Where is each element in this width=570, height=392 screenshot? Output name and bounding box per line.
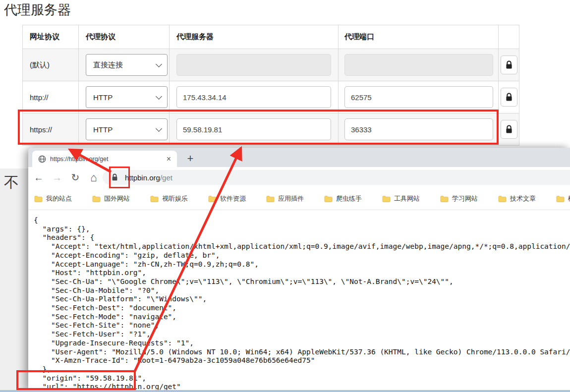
new-tab-button[interactable]: + — [183, 151, 198, 166]
folder-icon — [556, 195, 565, 203]
folder-icon — [382, 195, 391, 203]
url-path: /get — [160, 173, 172, 182]
bookmark-item[interactable]: 视听娱乐 — [150, 194, 188, 203]
bookmarks-bar: 我的站点 国外网站 视听娱乐 软件资源 应用插件 爬虫练手 工具 — [28, 188, 570, 210]
tab-strip: https://httpbin.org/get × + — [28, 148, 570, 167]
folder-icon — [440, 195, 449, 203]
back-button[interactable]: ← — [31, 169, 47, 185]
proxy-port-input[interactable] — [344, 118, 493, 140]
lock-icon — [505, 60, 513, 69]
column-header: 代理协议 — [78, 25, 169, 49]
browser-window: https://httpbin.org/get × + ← → ↻ ⌂ http… — [28, 148, 570, 392]
bookmark-item[interactable]: 国外网站 — [92, 194, 130, 203]
table-row: http:// HTTP — [23, 81, 519, 113]
proxy-server-input[interactable] — [176, 54, 331, 76]
table-header-row: 网址协议代理协议代理服务器代理端口 — [23, 25, 519, 49]
folder-icon — [324, 195, 333, 203]
lock-icon — [505, 125, 513, 134]
column-header: 网址协议 — [23, 25, 78, 49]
tab-close-icon[interactable]: × — [165, 155, 173, 163]
table-body: (默认) 直接连接 http:// HTTP — [23, 49, 519, 145]
tab-title: https://httpbin.org/get — [50, 156, 165, 163]
page-left-margin — [0, 168, 28, 392]
table-row: (默认) 直接连接 — [23, 49, 519, 81]
url-scheme-label: https:// — [30, 125, 52, 134]
chevron-down-icon — [156, 125, 162, 132]
bookmark-label: 工具网站 — [394, 194, 420, 203]
column-header: 代理端口 — [338, 25, 498, 49]
bookmark-item[interactable]: 我的站点 — [34, 194, 72, 203]
bookmark-label: 我的站点 — [46, 194, 72, 203]
folder-icon — [208, 195, 217, 203]
folder-icon — [150, 195, 159, 203]
globe-icon — [38, 155, 46, 163]
proxy-port-input[interactable] — [344, 54, 493, 76]
proxy-protocol-value: HTTP — [93, 93, 113, 102]
column-header: 代理服务器 — [169, 25, 338, 49]
bookmark-label: 应用插件 — [278, 194, 304, 203]
bookmark-label: 国外网站 — [104, 194, 130, 203]
address-bar[interactable]: httpbin.org/get — [103, 170, 570, 185]
proxy-protocol-select[interactable]: HTTP — [86, 118, 168, 140]
browser-toolbar: ← → ↻ ⌂ httpbin.org/get — [28, 167, 570, 188]
folder-icon — [34, 195, 43, 203]
lock-button[interactable] — [501, 120, 517, 139]
url-scheme-label: (默认) — [30, 60, 50, 70]
proxy-table: 网址协议代理协议代理服务器代理端口 (默认) 直接连接 http:// — [22, 25, 519, 146]
proxy-server-input[interactable] — [176, 118, 331, 140]
lock-icon — [505, 93, 513, 102]
taskbar-edge — [0, 390, 570, 392]
url-host: httpbin.org — [125, 173, 160, 182]
lock-column-header — [498, 25, 519, 49]
proxy-protocol-value: HTTP — [93, 125, 113, 134]
bookmark-label: 学习网站 — [452, 194, 478, 203]
screenshot-root: 代理服务器 网址协议代理协议代理服务器代理端口 (默认) 直接连接 — [0, 0, 570, 392]
bookmark-item[interactable]: 工具网站 — [382, 194, 420, 203]
forward-button[interactable]: → — [49, 169, 65, 185]
folder-icon — [498, 195, 507, 203]
reload-button[interactable]: ↻ — [67, 169, 83, 185]
browser-tab[interactable]: https://httpbin.org/get × — [32, 151, 177, 167]
home-button[interactable]: ⌂ — [86, 169, 102, 185]
proxy-server-input[interactable] — [176, 86, 331, 108]
json-response: { "args": {}, "headers": { "Accept": "te… — [28, 210, 570, 392]
bookmark-label: 框架文档 — [568, 194, 570, 203]
lock-button[interactable] — [501, 56, 517, 74]
bookmark-label: 技术文章 — [510, 194, 536, 203]
bookmark-item[interactable]: 学习网站 — [440, 194, 478, 203]
chevron-down-icon — [156, 93, 162, 100]
page-title: 代理服务器 — [4, 1, 71, 19]
proxy-protocol-select[interactable]: 直接连接 — [86, 54, 168, 76]
bookmark-label: 爬虫练手 — [336, 194, 362, 203]
lock-icon — [112, 173, 118, 181]
bookmark-item[interactable]: 应用插件 — [266, 194, 304, 203]
bookmark-label: 视听娱乐 — [162, 194, 188, 203]
proxy-port-input[interactable] — [344, 86, 493, 108]
bookmark-item[interactable]: 爬虫练手 — [324, 194, 362, 203]
bookmark-item[interactable]: 技术文章 — [498, 194, 536, 203]
proxy-protocol-value: 直接连接 — [93, 60, 123, 70]
bookmark-item[interactable]: 软件资源 — [208, 194, 246, 203]
proxy-protocol-select[interactable]: HTTP — [86, 86, 168, 108]
folder-icon — [92, 195, 101, 203]
chevron-down-icon — [156, 61, 162, 67]
lock-button[interactable] — [501, 88, 517, 107]
folder-icon — [266, 195, 275, 203]
partial-section-title: 不 — [4, 172, 19, 193]
bookmark-item[interactable]: 框架文档 — [556, 194, 570, 203]
bookmark-label: 软件资源 — [220, 194, 246, 203]
url-scheme-label: http:// — [30, 93, 49, 102]
table-row: https:// HTTP — [23, 113, 519, 145]
